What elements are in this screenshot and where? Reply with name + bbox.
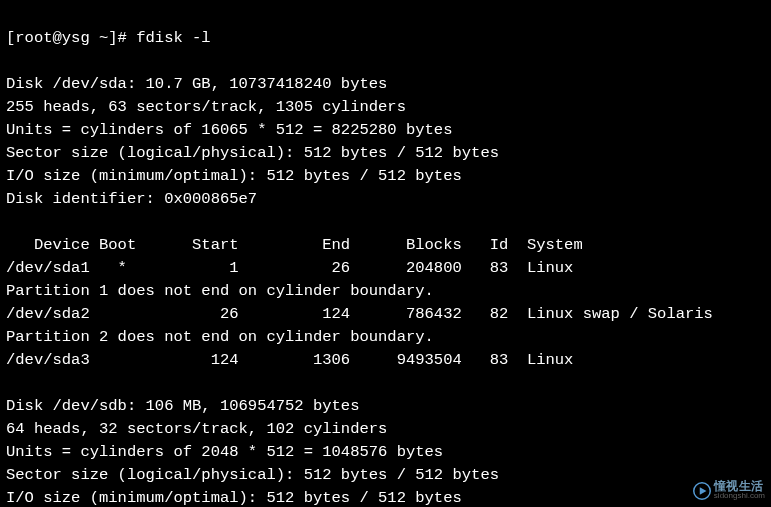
play-circle-icon <box>693 482 711 500</box>
sda-geometry: 255 heads, 63 sectors/track, 1305 cylind… <box>6 98 406 116</box>
watermark: 憧视生活 sidongshi.com <box>693 481 765 501</box>
sdb-geometry: 64 heads, 32 sectors/track, 102 cylinder… <box>6 420 387 438</box>
partition-row-sda1: /dev/sda1 * 1 26 204800 83 Linux <box>6 259 573 277</box>
partition-header: Device Boot Start End Blocks Id System <box>6 236 583 254</box>
sdb-io-size: I/O size (minimum/optimal): 512 bytes / … <box>6 489 462 507</box>
shell-prompt: [root@ysg ~]# <box>6 29 136 47</box>
watermark-sub: sidongshi.com <box>714 491 765 501</box>
watermark-text: 憧视生活 <box>714 481 765 491</box>
sda-io-size: I/O size (minimum/optimal): 512 bytes / … <box>6 167 462 185</box>
terminal-output: [root@ysg ~]# fdisk -l Disk /dev/sda: 10… <box>6 4 765 507</box>
shell-command[interactable]: fdisk -l <box>136 29 210 47</box>
sda-units: Units = cylinders of 16065 * 512 = 82252… <box>6 121 452 139</box>
sdb-disk-line: Disk /dev/sdb: 106 MB, 106954752 bytes <box>6 397 359 415</box>
sdb-units: Units = cylinders of 2048 * 512 = 104857… <box>6 443 443 461</box>
sda-identifier: Disk identifier: 0x000865e7 <box>6 190 257 208</box>
partition-row-sda3: /dev/sda3 124 1306 9493504 83 Linux <box>6 351 573 369</box>
sdb-sector-size: Sector size (logical/physical): 512 byte… <box>6 466 499 484</box>
sda-disk-line: Disk /dev/sda: 10.7 GB, 10737418240 byte… <box>6 75 387 93</box>
partition-note-1: Partition 1 does not end on cylinder bou… <box>6 282 434 300</box>
partition-row-sda2: /dev/sda2 26 124 786432 82 Linux swap / … <box>6 305 713 323</box>
svg-marker-1 <box>700 487 707 495</box>
sda-sector-size: Sector size (logical/physical): 512 byte… <box>6 144 499 162</box>
partition-note-2: Partition 2 does not end on cylinder bou… <box>6 328 434 346</box>
